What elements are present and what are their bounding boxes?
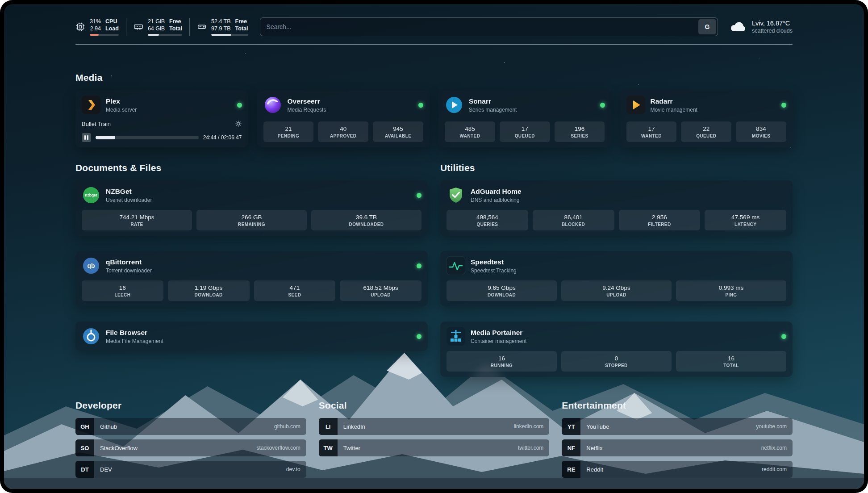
stat-approved: 40 APPROVED	[318, 121, 368, 142]
disk-progress-track	[211, 34, 248, 36]
disk-total-value: 97.9 TB	[211, 25, 231, 32]
plex-header: Plex Media server	[82, 96, 242, 114]
service-name: AdGuard Home	[471, 188, 522, 196]
service-subtitle: Torrent downloader	[106, 267, 152, 274]
card-radarr[interactable]: Radarr Movie management 17 WANTED 2	[620, 90, 793, 147]
bookmarks-entertainment: Entertainment YT YouTube youtube.com NF …	[562, 400, 793, 478]
bookmark-url: github.com	[274, 423, 300, 430]
service-name: File Browser	[106, 329, 163, 337]
bookmark-name: Github	[100, 423, 117, 430]
bookmark-github[interactable]: GH Github github.com	[75, 418, 306, 435]
card-portainer[interactable]: Media Portainer Container management 16 …	[440, 322, 793, 377]
service-name: Sonarr	[469, 97, 517, 105]
disk-metric-rows: 52.4 TB 97.9 TB Free Total	[211, 18, 248, 33]
stat-filtered: 2,956 FILTERED	[619, 210, 701, 230]
overseerr-header: Overseerr Media Requests	[263, 96, 424, 114]
adguard-title-block: AdGuard Home DNS and adblocking	[471, 188, 522, 203]
bookmark-url: netflix.com	[761, 445, 787, 451]
weather-text: Lviv, 16.87°C scattered clouds	[752, 20, 793, 34]
bookmark-url: youtube.com	[756, 423, 787, 430]
bookmark-abbr: LI	[319, 418, 338, 435]
card-filebrowser[interactable]: File Browser Media File Management	[75, 322, 428, 351]
card-nzbget[interactable]: nzbget NZBGet Usenet downloader 74	[75, 180, 428, 236]
stat-blocked: 86,401 BLOCKED	[533, 210, 614, 230]
bookmark-linkedin[interactable]: LI LinkedIn linkedin.com	[319, 418, 550, 435]
cpu-labels: CPU Load	[105, 18, 119, 33]
memory-metric-rows: 21 GiB 64 GiB Free Total	[148, 18, 182, 33]
dashboard-content: 31% 2.94 CPU Load	[4, 17, 864, 489]
stat-seed: 471 SEED	[254, 280, 336, 301]
middle-columns: Documents & Files nzbget NZBGet	[75, 163, 793, 377]
service-name: qBittorrent	[106, 258, 152, 266]
bookmark-name: DEV	[100, 466, 112, 473]
bookmark-abbr: SO	[75, 439, 94, 456]
card-sonarr[interactable]: Sonarr Series management 485 WANTED	[438, 90, 611, 147]
bookmark-dev[interactable]: DT DEV dev.to	[75, 461, 306, 478]
stat-running: 16 RUNNING	[447, 351, 557, 372]
bookmark-netflix[interactable]: NF Netflix netflix.com	[562, 439, 793, 456]
memory-values: 21 GiB 64 GiB	[148, 18, 165, 33]
disk-metric: 52.4 TB 97.9 TB Free Total	[189, 18, 248, 36]
plex-icon	[82, 96, 100, 114]
service-name: Overseerr	[288, 97, 326, 105]
nzbget-stats: 744.21 Mbps RATE 266 GB REMAINING 39.6 T…	[82, 210, 421, 230]
search-engine-button[interactable]: G	[698, 19, 716, 34]
memory-total-value: 64 GiB	[148, 25, 165, 32]
stat-wanted: 485 WANTED	[445, 121, 495, 142]
bookmark-url: linkedin.com	[514, 423, 544, 430]
cpu-icon	[75, 22, 85, 32]
bookmark-youtube[interactable]: YT YouTube youtube.com	[562, 418, 793, 435]
service-name: NZBGet	[106, 188, 152, 196]
filebrowser-title-block: File Browser Media File Management	[106, 329, 163, 344]
bookmark-url: twitter.com	[518, 445, 543, 451]
stat-latency: 47.569 ms LATENCY	[705, 210, 786, 230]
stat-total: 16 TOTAL	[676, 351, 786, 372]
sonarr-stats: 485 WANTED 17 QUEUED 196 SERIES	[445, 121, 605, 142]
stat-available: 945 AVAILABLE	[373, 121, 423, 142]
bookmark-abbr: NF	[562, 439, 580, 456]
bookmark-name: Netflix	[586, 445, 602, 451]
playback-progress-track[interactable]	[96, 136, 199, 139]
status-dot	[417, 193, 421, 198]
speedtest-header: Speedtest Speedtest Tracking	[447, 256, 786, 275]
cpu-metric-rows: 31% 2.94 CPU Load	[90, 18, 119, 33]
disk-free-value: 52.4 TB	[211, 18, 231, 25]
stat-ping: 0.993 ms PING	[676, 280, 786, 301]
weather-condition: scattered clouds	[752, 28, 793, 34]
qbittorrent-icon: qb	[82, 256, 100, 275]
stat-queued: 22 QUEUED	[681, 121, 731, 142]
bookmark-reddit[interactable]: RE Reddit reddit.com	[562, 461, 793, 478]
card-qbittorrent[interactable]: qb qBittorrent Torrent downloader	[75, 251, 428, 306]
card-overseerr[interactable]: Overseerr Media Requests 21 PENDING	[257, 90, 430, 147]
stat-movies: 834 MOVIES	[736, 121, 786, 142]
card-plex[interactable]: Plex Media server Bullet Train	[75, 90, 248, 147]
card-speedtest[interactable]: Speedtest Speedtest Tracking 9.65 Gbps D…	[440, 251, 793, 306]
memory-metric: 21 GiB 64 GiB Free Total	[126, 18, 182, 36]
adguard-stats: 498,564 QUERIES 86,401 BLOCKED 2,956 FIL…	[447, 210, 786, 230]
memory-metric-body: 21 GiB 64 GiB Free Total	[148, 18, 182, 36]
memory-total-label: Total	[169, 25, 182, 32]
qbittorrent-header: qb qBittorrent Torrent downloader	[82, 256, 421, 275]
pause-button[interactable]	[82, 133, 91, 142]
cpu-metric-body: 31% 2.94 CPU Load	[90, 18, 119, 36]
search-input[interactable]	[260, 17, 718, 36]
bookmark-abbr: DT	[75, 461, 94, 478]
service-name: Media Portainer	[471, 329, 526, 337]
plex-title-block: Plex Media server	[106, 97, 137, 113]
bookmark-stackoverflow[interactable]: SO StackOverflow stackoverflow.com	[75, 439, 306, 456]
service-subtitle: Container management	[471, 338, 526, 344]
portainer-title-block: Media Portainer Container management	[471, 329, 526, 344]
status-dot	[417, 334, 421, 339]
gear-icon[interactable]	[235, 120, 242, 127]
stat-leech: 16 LEECH	[82, 280, 163, 301]
card-adguard[interactable]: AdGuard Home DNS and adblocking 498,564 …	[440, 180, 793, 236]
qbittorrent-stats: 16 LEECH 1.19 Gbps DOWNLOAD 471 SEED	[82, 280, 421, 301]
bookmark-twitter[interactable]: TW Twitter twitter.com	[319, 439, 550, 456]
sonarr-title-block: Sonarr Series management	[469, 97, 517, 113]
status-dot	[781, 334, 786, 339]
cpu-progress-fill	[90, 34, 99, 36]
bookmark-abbr: GH	[75, 418, 94, 435]
stat-download: 1.19 Gbps DOWNLOAD	[168, 280, 250, 301]
radarr-header: Radarr Movie management	[626, 96, 787, 114]
service-subtitle: Movie management	[651, 107, 697, 113]
